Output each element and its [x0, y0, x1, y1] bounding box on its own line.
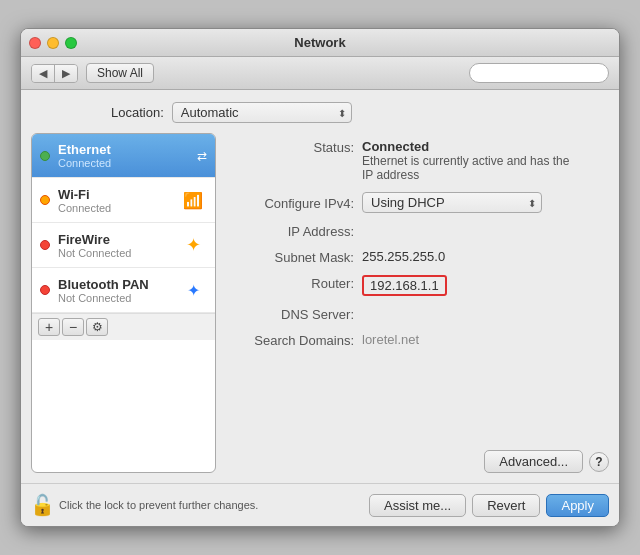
bluetooth-name: Bluetooth PAN	[58, 277, 171, 292]
wifi-status-dot	[40, 195, 50, 205]
status-value-area: Connected Ethernet is currently active a…	[362, 139, 582, 182]
advanced-area: Advanced... ?	[232, 420, 609, 473]
bottom-buttons: Assist me... Revert Apply	[369, 494, 609, 517]
sidebar-footer: + − ⚙	[32, 313, 215, 340]
wifi-name: Wi-Fi	[58, 187, 171, 202]
toolbar: ◀ ▶ Show All	[21, 57, 619, 90]
lock-icon[interactable]: 🔓	[31, 492, 53, 518]
firewire-icon: ✦	[179, 231, 207, 259]
search-input[interactable]	[478, 66, 600, 80]
close-button[interactable]	[29, 37, 41, 49]
location-select-wrapper: Automatic	[172, 102, 352, 123]
bluetooth-info: Bluetooth PAN Not Connected	[58, 277, 171, 304]
ip-label: IP Address:	[232, 223, 362, 239]
assist-button[interactable]: Assist me...	[369, 494, 466, 517]
sidebar-item-ethernet[interactable]: Ethernet Connected ⇄	[32, 134, 215, 178]
help-button[interactable]: ?	[589, 452, 609, 472]
lock-text: Click the lock to prevent further change…	[59, 499, 258, 511]
firewire-status: Not Connected	[58, 247, 171, 259]
advanced-controls: Advanced... ?	[484, 450, 609, 473]
router-value: 192.168.1.1	[362, 275, 447, 296]
window-title: Network	[294, 35, 345, 50]
subnet-row: Subnet Mask: 255.255.255.0	[232, 249, 609, 265]
firewire-info: FireWire Not Connected	[58, 232, 171, 259]
titlebar: Network	[21, 29, 619, 57]
subnet-value: 255.255.255.0	[362, 249, 445, 264]
dns-label: DNS Server:	[232, 306, 362, 322]
dns-row: DNS Server:	[232, 306, 609, 322]
sidebar-item-bluetooth[interactable]: Bluetooth PAN Not Connected ✦	[32, 268, 215, 313]
location-select[interactable]: Automatic	[172, 102, 352, 123]
configure-select[interactable]: Using DHCP	[362, 192, 542, 213]
status-row: Status: Connected Ethernet is currently …	[232, 139, 609, 182]
sidebar-item-wifi[interactable]: Wi-Fi Connected 📶	[32, 178, 215, 223]
bluetooth-icon: ✦	[179, 276, 207, 304]
firewire-name: FireWire	[58, 232, 171, 247]
content-area: Location: Automatic Ethernet Connected ⇄	[21, 90, 619, 483]
revert-button[interactable]: Revert	[472, 494, 540, 517]
status-desc: Ethernet is currently active and has the…	[362, 154, 582, 182]
search-domains-value: loretel.net	[362, 332, 419, 347]
wifi-icon: 📶	[179, 186, 207, 214]
location-bar: Location: Automatic	[31, 100, 609, 125]
settings-network-button[interactable]: ⚙	[86, 318, 108, 336]
network-sidebar: Ethernet Connected ⇄ Wi-Fi Connected 📶	[31, 133, 216, 473]
nav-buttons: ◀ ▶	[31, 64, 78, 83]
apply-button[interactable]: Apply	[546, 494, 609, 517]
ethernet-name: Ethernet	[58, 142, 189, 157]
search-domains-row: Search Domains: loretel.net	[232, 332, 609, 348]
location-label: Location:	[111, 105, 164, 120]
status-value: Connected	[362, 139, 582, 154]
router-row: Router: 192.168.1.1	[232, 275, 609, 296]
ethernet-arrows: ⇄	[197, 149, 207, 163]
ip-row: IP Address:	[232, 223, 609, 239]
status-label: Status:	[232, 139, 362, 155]
forward-button[interactable]: ▶	[55, 65, 77, 82]
lock-area: 🔓 Click the lock to prevent further chan…	[31, 492, 258, 518]
router-label: Router:	[232, 275, 362, 291]
bluetooth-status: Not Connected	[58, 292, 171, 304]
ethernet-info: Ethernet Connected	[58, 142, 189, 169]
configure-select-wrapper: Using DHCP	[362, 192, 542, 213]
ethernet-status: Connected	[58, 157, 189, 169]
network-window: Network ◀ ▶ Show All Location: Automatic	[20, 28, 620, 527]
main-area: Ethernet Connected ⇄ Wi-Fi Connected 📶	[31, 133, 609, 473]
show-all-button[interactable]: Show All	[86, 63, 154, 83]
configure-row: Configure IPv4: Using DHCP	[232, 192, 609, 213]
detail-panel: Status: Connected Ethernet is currently …	[226, 133, 609, 473]
traffic-lights	[29, 37, 77, 49]
subnet-label: Subnet Mask:	[232, 249, 362, 265]
advanced-button[interactable]: Advanced...	[484, 450, 583, 473]
firewire-status-dot	[40, 240, 50, 250]
minimize-button[interactable]	[47, 37, 59, 49]
wifi-info: Wi-Fi Connected	[58, 187, 171, 214]
bottom-bar: 🔓 Click the lock to prevent further chan…	[21, 483, 619, 526]
add-network-button[interactable]: +	[38, 318, 60, 336]
configure-label: Configure IPv4:	[232, 195, 362, 211]
search-box	[469, 63, 609, 83]
sidebar-item-firewire[interactable]: FireWire Not Connected ✦	[32, 223, 215, 268]
ethernet-status-dot	[40, 151, 50, 161]
zoom-button[interactable]	[65, 37, 77, 49]
search-domains-label: Search Domains:	[232, 332, 362, 348]
back-button[interactable]: ◀	[32, 65, 55, 82]
bluetooth-status-dot	[40, 285, 50, 295]
remove-network-button[interactable]: −	[62, 318, 84, 336]
wifi-status: Connected	[58, 202, 171, 214]
